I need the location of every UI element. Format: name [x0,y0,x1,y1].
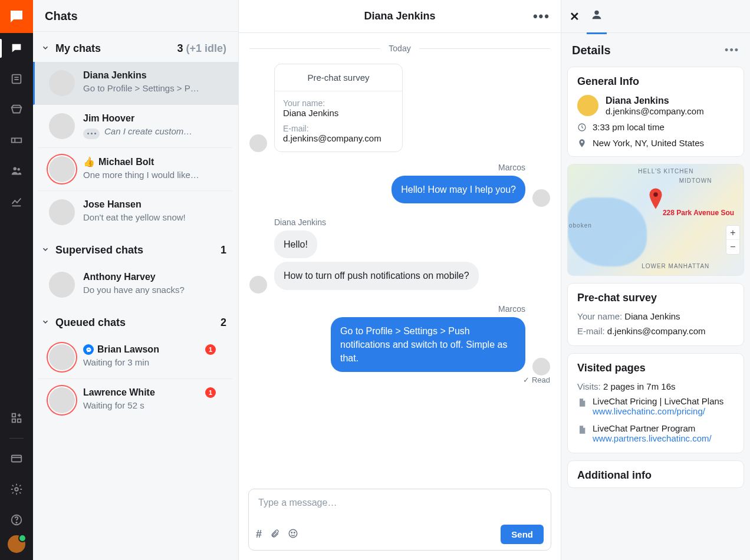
svg-point-2 [18,47,19,48]
map-address: 228 Park Avenue Sou [663,209,734,217]
attachment-icon[interactable] [270,528,279,541]
avatar [49,199,75,225]
card-heading: General Info [577,75,734,88]
message-row: Diana Jenkins Hello! How to turn off pus… [249,218,550,293]
chat-list-sidebar: Chats My chats 3 (+1 idle) Diana Jenkins… [33,0,239,560]
message-input[interactable]: Type a message… [249,489,551,520]
section-label: Supervised chats [55,244,221,256]
chat-item-anthony[interactable]: Anthony Harvey Do you have any snacks? [37,263,232,306]
message-sender: Diana Jenkins [274,218,326,227]
prechat-survey-card: Pre-chat survey Your name: Diana Jenkins… [274,64,403,152]
chat-item-name: Brian Lawson [83,344,205,355]
avatar [49,272,75,298]
more-options-icon[interactable]: ••• [533,9,550,24]
location-map[interactable]: HELL'S KITCHEN MIDTOWN LOWER MANHATTAN o… [567,164,744,276]
close-icon[interactable]: ✕ [570,9,580,24]
visited-page-item[interactable]: LiveChat Partner Programwww.partners.liv… [577,423,734,443]
chat-item-diana[interactable]: Diana Jenkins Go to Profile > Settings >… [33,62,238,105]
section-queued[interactable]: Queued chats 2 [33,306,238,336]
self-avatar[interactable] [8,535,25,553]
survey-title: Pre-chat survey [275,64,402,91]
chat-item-name: Jim Hoover [83,113,222,124]
svg-rect-8 [12,414,16,417]
svg-point-6 [14,167,17,171]
nav-settings-icon[interactable] [0,474,33,505]
map-zoom: + − [726,225,740,255]
chat-item-brian[interactable]: Brian Lawson Waiting for 3 min 1 [37,336,232,379]
unread-badge: 1 [205,344,216,355]
svg-point-7 [17,168,19,170]
clock-icon [577,123,587,132]
avatar [249,276,267,294]
nav-billing-icon[interactable] [0,443,33,474]
additional-info-card: Additional info [567,460,744,488]
hashtag-icon[interactable]: # [256,528,262,541]
general-info-card: General Info Diana Jenkins d.jenkins@com… [567,67,744,157]
svg-point-18 [289,529,297,538]
map-pin-icon [647,188,664,211]
sidebar-title: Chats [33,0,238,32]
location-icon [577,139,587,148]
person-tab-icon[interactable] [590,8,603,24]
emoji-icon[interactable] [288,528,298,541]
avatar [49,156,75,182]
prechat-survey-card: Pre-chat survey Your name: Diana Jenkins… [567,283,744,346]
details-panel: ✕ Details ••• General Info Diana Jenkins… [561,0,750,560]
nav-help-icon[interactable] [0,505,33,535]
chat-item-jim[interactable]: Jim Hoover Can I create custom… [37,105,232,148]
section-count: 2 [221,317,226,329]
local-time: 3:33 pm local time [577,122,734,132]
section-my-chats[interactable]: My chats 3 (+1 idle) [33,32,238,62]
chat-item-michael[interactable]: 👍Michael Bolt One more thing I would lik… [37,148,232,191]
chat-item-preview: Do you have any snacks? [83,285,201,295]
chat-item-lawrence[interactable]: Lawrence White Waiting for 52 s 1 [37,379,232,421]
conversation-title: Diana Jenkins [364,10,435,22]
nav-tickets-icon[interactable] [0,125,33,156]
chat-item-name: Jose Hansen [83,199,222,210]
chevron-down-icon [41,245,50,255]
message-bubble: Hello! How may I help you? [392,176,525,203]
messenger-icon [83,344,94,355]
message-thread[interactable]: Today Pre-chat survey Your name: Diana J… [239,33,561,482]
conversation-header: Diana Jenkins ••• [239,0,561,33]
customer-email: d.jenkins@company.com [606,106,704,116]
message-bubble: How to turn off push notifications on mo… [274,262,479,289]
nav-list-icon[interactable] [0,64,33,94]
message-row: Marcos Hello! How may I help you? [249,163,550,207]
avatar [249,134,267,152]
visited-pages-card: Visited pages Visits: 2 pages in 7m 16s … [567,353,744,453]
send-button[interactable]: Send [501,525,544,544]
app-logo[interactable] [0,0,33,33]
svg-point-23 [653,192,657,196]
nav-apps-icon[interactable] [0,403,33,433]
svg-rect-9 [18,419,21,423]
svg-point-1 [16,47,17,48]
nav-archive-icon[interactable] [0,94,33,125]
day-divider: Today [249,44,550,53]
zoom-out-button[interactable]: − [726,240,739,254]
details-title: Details [572,44,725,57]
message-row: Pre-chat survey Your name: Diana Jenkins… [249,64,550,152]
nav-chats-icon[interactable] [0,33,33,64]
chat-item-jose[interactable]: Jose Hansen Don't eat the yellow snow! [37,191,232,233]
visited-page-item[interactable]: LiveChat Pricing | LiveChat Planswww.liv… [577,396,734,416]
svg-rect-10 [12,419,16,423]
avatar [49,113,75,139]
more-options-icon[interactable]: ••• [725,44,739,57]
unread-badge: 1 [205,387,216,398]
avatar [49,344,75,370]
chat-item-preview: One more thing I would like to a… [83,170,201,180]
nav-team-icon[interactable] [0,156,33,186]
chat-item-preview: Go to Profile > Settings > Pu… [83,83,201,93]
chat-item-preview: Waiting for 3 min [83,357,201,367]
nav-reports-icon[interactable] [0,186,33,217]
chat-item-preview: Can I create custom… [83,126,201,139]
location: New York, NY, United States [577,138,734,148]
zoom-in-button[interactable]: + [726,226,739,240]
section-supervised[interactable]: Supervised chats 1 [33,233,238,263]
avatar [49,387,75,413]
message-sender: Marcos [498,304,525,314]
avatar [532,189,550,207]
page-icon [577,397,587,408]
typing-indicator-icon [83,129,100,139]
